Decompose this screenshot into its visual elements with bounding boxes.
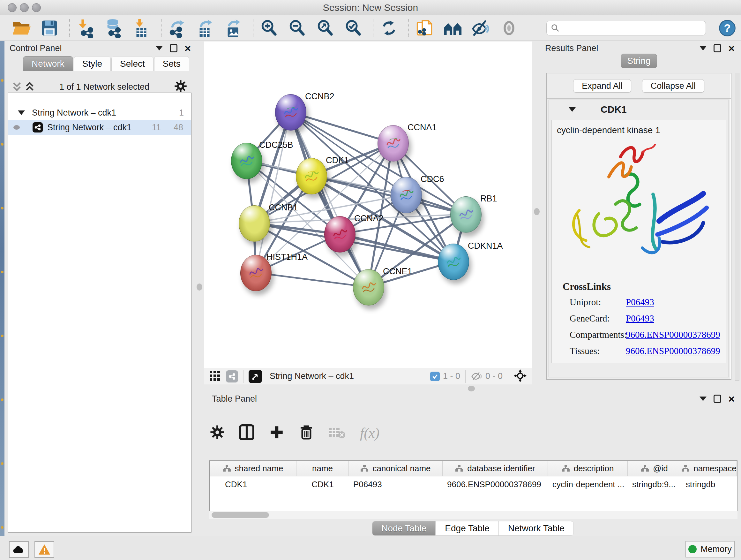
cell-name[interactable]: CDK1 — [296, 476, 349, 492]
collapse-all-button[interactable]: Collapse All — [642, 79, 704, 92]
scrollbar-thumb[interactable] — [212, 512, 269, 518]
network-node-CCNA1[interactable] — [378, 125, 409, 162]
delete-table-icon[interactable] — [328, 425, 346, 441]
expand-all-icon[interactable] — [25, 81, 35, 92]
memory-button[interactable]: Memory — [685, 541, 735, 557]
column-header-namespace[interactable]: namespace — [681, 461, 737, 476]
cloud-button[interactable] — [9, 541, 29, 558]
table-settings-gear-icon[interactable] — [210, 425, 225, 441]
network-tree-root-row[interactable]: String Network – cdk1 1 — [8, 105, 191, 120]
section-expander-icon[interactable] — [569, 107, 576, 112]
help-icon[interactable]: ? — [717, 17, 738, 39]
open-session-icon[interactable] — [11, 17, 32, 39]
network-node-CCNB2[interactable] — [275, 94, 307, 131]
tree-expander-icon[interactable] — [18, 111, 25, 115]
network-share-view-icon[interactable] — [226, 370, 238, 382]
crosslink-value-link[interactable]: P06493 — [626, 362, 654, 363]
tab-edge-table[interactable]: Edge Table — [435, 521, 499, 536]
zoom-out-icon[interactable] — [286, 17, 308, 39]
import-network-database-icon[interactable] — [103, 17, 124, 39]
crosslink-value-link[interactable]: P06493 — [626, 313, 654, 324]
delete-column-icon[interactable] — [299, 424, 314, 442]
cell-shared-name[interactable]: CDK1 — [210, 476, 296, 492]
search-input[interactable] — [560, 23, 695, 33]
cell-canonical-name[interactable]: P06493 — [349, 476, 443, 492]
network-canvas[interactable]: CCNB2CCNA1CDC25BCDK1CDC6RB1CCNB1CCNA2CDK… — [204, 42, 532, 368]
tab-node-table[interactable]: Node Table — [372, 521, 435, 536]
tab-string[interactable]: String — [621, 54, 657, 68]
tab-network-table[interactable]: Network Table — [499, 521, 574, 536]
column-header-shared-name[interactable]: shared name — [210, 461, 296, 476]
left-splitter-handle[interactable] — [197, 284, 202, 291]
save-session-icon[interactable] — [39, 17, 60, 39]
crosslink-value-link[interactable]: 9606.ENSP00000378699 — [626, 346, 720, 356]
network-node-RB1[interactable] — [450, 196, 482, 233]
panel-close-icon[interactable]: × — [185, 44, 191, 52]
network-node-CDK1[interactable] — [296, 158, 327, 194]
results-vertical-scrollbar[interactable] — [735, 73, 739, 381]
right-splitter-handle[interactable] — [534, 208, 540, 215]
column-header-@id[interactable]: @id — [628, 461, 681, 476]
birds-eye-view-icon[interactable] — [249, 370, 262, 383]
gene-name: CDK1 — [601, 104, 627, 115]
copy-network-icon[interactable] — [414, 17, 435, 39]
panel-close-icon[interactable]: × — [728, 395, 735, 403]
export-table-icon[interactable] — [195, 17, 216, 39]
zoom-selected-icon[interactable] — [343, 17, 364, 39]
import-network-file-icon[interactable] — [75, 17, 96, 39]
first-neighbors-icon[interactable] — [442, 17, 463, 39]
expand-all-button[interactable]: Expand All — [573, 79, 631, 92]
panel-float-icon[interactable] — [714, 395, 721, 403]
network-node-CCNE1[interactable] — [353, 269, 384, 306]
network-edge[interactable] — [256, 273, 368, 287]
panel-menu-icon[interactable] — [156, 46, 163, 51]
panel-menu-icon[interactable] — [699, 46, 706, 51]
column-header-description[interactable]: description — [548, 461, 628, 476]
cell-namespace[interactable]: stringdb — [681, 476, 737, 492]
panel-float-icon[interactable] — [170, 44, 178, 52]
network-node-CDC6[interactable] — [391, 177, 422, 213]
add-column-icon[interactable] — [269, 424, 285, 442]
panel-menu-icon[interactable] — [699, 396, 706, 401]
network-edge[interactable] — [256, 112, 290, 273]
cell-@id[interactable]: stringdb:9... — [628, 476, 681, 492]
column-header-canonical-name[interactable]: canonical name — [349, 461, 443, 476]
network-node-CDKN1A[interactable] — [438, 244, 469, 280]
zoom-in-icon[interactable] — [259, 17, 280, 39]
selected-checkbox-icon[interactable] — [430, 372, 440, 381]
hidden-eye-icon[interactable] — [471, 371, 482, 382]
export-image-icon[interactable] — [223, 17, 244, 39]
apply-layout-icon[interactable] — [379, 17, 400, 39]
network-node-CCNB1[interactable] — [239, 205, 270, 242]
show-all-icon[interactable] — [498, 17, 520, 39]
collapse-all-icon[interactable] — [12, 81, 22, 92]
function-builder-icon[interactable]: f(x) — [360, 425, 380, 441]
tab-network[interactable]: Network — [23, 56, 73, 71]
panel-close-icon[interactable]: × — [728, 44, 735, 52]
table-horizontal-scrollbar[interactable] — [209, 511, 738, 519]
fit-content-crosshair-icon[interactable] — [513, 369, 527, 384]
warnings-button[interactable] — [35, 541, 54, 558]
network-node-CDC25B[interactable] — [231, 143, 262, 179]
column-header-name[interactable]: name — [296, 461, 349, 476]
network-options-gear-icon[interactable] — [174, 80, 187, 94]
hide-selected-icon[interactable] — [470, 17, 491, 39]
crosslink-value-link[interactable]: P06493 — [626, 297, 654, 307]
gene-section-header[interactable]: CDK1 — [549, 100, 729, 119]
zoom-fit-icon[interactable] — [315, 17, 336, 39]
network-node-CCNA2[interactable] — [324, 216, 355, 253]
bottom-splitter-handle[interactable] — [468, 386, 475, 391]
column-header-database-identifier[interactable]: database identifier — [443, 461, 548, 476]
import-table-icon[interactable] — [131, 17, 152, 39]
export-network-icon[interactable] — [166, 17, 188, 39]
cell-description[interactable]: cyclin-dependent ... — [548, 476, 628, 492]
network-tree-child-row[interactable]: String Network – cdk1 11 48 — [8, 120, 191, 135]
tab-sets[interactable]: Sets — [154, 56, 189, 71]
crosslink-value-link[interactable]: 9606.ENSP00000378699 — [626, 329, 720, 340]
cell-database-identifier[interactable]: 9606.ENSP00000378699 — [443, 476, 548, 492]
panel-float-icon[interactable] — [714, 44, 721, 52]
tab-style[interactable]: Style — [74, 56, 111, 71]
tab-select[interactable]: Select — [111, 56, 153, 71]
show-columns-icon[interactable] — [239, 424, 255, 442]
grid-view-icon[interactable] — [209, 370, 220, 382]
